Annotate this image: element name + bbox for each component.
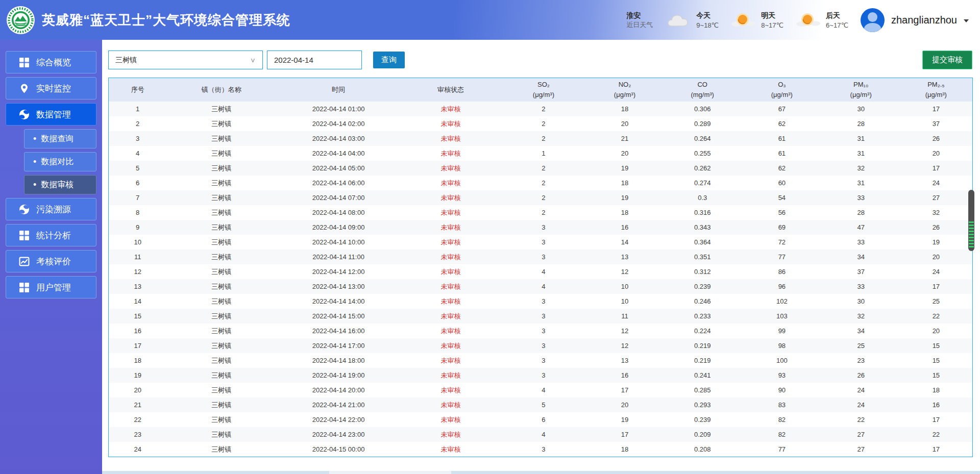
cell-pm10: 23	[822, 357, 900, 364]
cell-o3: 67	[742, 105, 822, 113]
cell-no: 15	[109, 312, 166, 320]
bottom-strip	[329, 471, 451, 474]
cell-pm25: 15	[900, 342, 972, 350]
sidebar-item-stats[interactable]: 统计分析	[6, 224, 96, 246]
sun-icon	[730, 11, 756, 29]
table-row[interactable]: 7三树镇2022-04-14 07:00未审核2190.3543327	[109, 190, 972, 205]
cell-co: 0.208	[663, 445, 742, 453]
cell-no2: 20	[586, 120, 664, 128]
sidebar-item-overview[interactable]: 综合概览	[6, 51, 96, 73]
cell-status: 未审核	[401, 430, 501, 439]
cell-no: 23	[109, 431, 166, 438]
sidebar-subitem-data-query[interactable]: •数据查询	[24, 129, 96, 148]
cell-town: 三树镇	[166, 238, 276, 247]
sidebar-item-users[interactable]: 用户管理	[6, 276, 96, 298]
cell-co: 0.241	[663, 371, 742, 379]
cell-pm10: 27	[822, 445, 900, 453]
date-input-value: 2022-04-14	[274, 56, 313, 64]
cell-no: 7	[109, 194, 166, 202]
bullet-icon: •	[33, 134, 36, 143]
cell-co: 0.239	[663, 283, 742, 290]
table-row[interactable]: 20三树镇2022-04-14 20:00未审核4170.285902418	[109, 383, 972, 397]
cell-status: 未审核	[401, 282, 501, 291]
table-row[interactable]: 5三树镇2022-04-14 05:00未审核2190.262623217	[109, 161, 972, 176]
cell-o3: 96	[742, 283, 822, 290]
cell-no: 14	[109, 297, 166, 305]
table-row[interactable]: 1三树镇2022-04-14 01:00未审核2180.306673017	[109, 102, 972, 116]
cell-co: 0.293	[663, 401, 742, 409]
cell-pm10: 37	[822, 268, 900, 276]
table-row[interactable]: 9三树镇2022-04-14 09:00未审核3160.343694726	[109, 220, 972, 235]
sidebar-subitem-data-compare[interactable]: •数据对比	[24, 152, 96, 171]
cell-town: 三树镇	[166, 401, 276, 410]
cell-town: 三树镇	[166, 327, 276, 336]
date-input[interactable]: 2022-04-14	[267, 51, 362, 69]
cell-pm10: 33	[822, 194, 900, 202]
table-row[interactable]: 23三树镇2022-04-14 23:00未审核4170.209822722	[109, 427, 972, 442]
table-row[interactable]: 24三树镇2022-04-15 00:00未审核3180.208772717	[109, 442, 972, 457]
cell-no2: 19	[586, 416, 664, 423]
sidebar-item-label: 用户管理	[36, 282, 71, 293]
sidebar-item-label: 考核评价	[36, 256, 71, 267]
cell-o3: 93	[742, 371, 822, 379]
cell-no2: 18	[586, 105, 664, 113]
table-row[interactable]: 3三树镇2022-04-14 03:00未审核2210.264613126	[109, 131, 972, 146]
sidebar-item-data-mgmt[interactable]: 数据管理	[6, 103, 96, 126]
cell-pm25: 26	[900, 223, 972, 231]
sidebar-item-assess[interactable]: 考核评价	[6, 250, 96, 272]
cell-no2: 13	[586, 253, 664, 261]
cell-status: 未审核	[401, 312, 501, 321]
table-row[interactable]: 17三树镇2022-04-14 17:00未审核3120.219982515	[109, 338, 972, 353]
table-row[interactable]: 18三树镇2022-04-14 18:00未审核3130.2191002315	[109, 353, 972, 368]
cell-pm25: 16	[900, 401, 972, 409]
table-row[interactable]: 16三树镇2022-04-14 16:00未审核3120.224993420	[109, 323, 972, 338]
table-row[interactable]: 13三树镇2022-04-14 13:00未审核4100.239963317	[109, 279, 972, 294]
sidebar: 综合概览实时监控数据管理•数据查询•数据对比•数据审核污染溯源统计分析考核评价用…	[0, 40, 102, 474]
cell-pm10: 33	[822, 283, 900, 290]
cell-so2: 4	[501, 283, 586, 290]
cell-no: 3	[109, 135, 166, 142]
table-row[interactable]: 4三树镇2022-04-14 04:00未审核1200.255613120	[109, 146, 972, 161]
cell-no2: 19	[586, 194, 664, 202]
table-row[interactable]: 12三树镇2022-04-14 12:00未审核4120.312863724	[109, 264, 972, 279]
globe-icon	[19, 109, 30, 120]
table-row[interactable]: 11三树镇2022-04-14 11:00未审核3130.351773420	[109, 250, 972, 264]
table-row[interactable]: 19三树镇2022-04-14 19:00未审核3160.241932615	[109, 368, 972, 383]
table-row[interactable]: 14三树镇2022-04-14 14:00未审核3100.2461023025	[109, 294, 972, 309]
sidebar-item-monitor[interactable]: 实时监控	[6, 77, 96, 99]
sidebar-subitem-data-audit[interactable]: •数据审核	[24, 175, 96, 194]
cell-no: 9	[109, 223, 166, 231]
sidebar-item-label: 实时监控	[36, 83, 71, 94]
table-row[interactable]: 15三树镇2022-04-14 15:00未审核3110.2331033222	[109, 309, 972, 323]
top-header: 英威雅“蓝天卫士”大气环境综合管理系统 淮安 近日天气 今天9~18℃明天8~1…	[0, 0, 980, 40]
cell-status: 未审核	[401, 371, 501, 380]
chevron-down-icon	[964, 19, 969, 22]
cell-pm25: 24	[900, 268, 972, 276]
table-row[interactable]: 2三树镇2022-04-14 02:00未审核2200.289622837	[109, 116, 972, 131]
table-row[interactable]: 21三树镇2022-04-14 21:00未审核5200.293832416	[109, 397, 972, 412]
table-row[interactable]: 22三树镇2022-04-14 22:00未审核6190.239822217	[109, 412, 972, 427]
vertical-scrollbar-thumb[interactable]	[968, 190, 974, 251]
cell-no: 18	[109, 357, 166, 364]
table-row[interactable]: 10三树镇2022-04-14 10:00未审核3140.364723319	[109, 235, 972, 250]
submit-audit-button[interactable]: 提交审核	[922, 51, 972, 69]
sidebar-item-trace[interactable]: 污染溯源	[6, 198, 96, 220]
cell-so2: 3	[501, 371, 586, 379]
grid-icon	[19, 230, 30, 241]
cell-o3: 77	[742, 253, 822, 261]
cell-o3: 56	[742, 209, 822, 216]
cell-so2: 3	[501, 445, 586, 453]
user-menu[interactable]: zhanglianzhou	[861, 8, 969, 32]
table-row[interactable]: 6三树镇2022-04-14 06:00未审核2180.274603124	[109, 176, 972, 190]
cell-no2: 10	[586, 297, 664, 305]
query-button[interactable]: 查询	[373, 52, 405, 68]
cell-pm10: 32	[822, 312, 900, 320]
cell-pm25: 25	[900, 297, 972, 305]
column-header-status: 审核状态	[401, 85, 501, 95]
sidebar-subitem-label: 数据审核	[41, 180, 74, 190]
table-row[interactable]: 8三树镇2022-04-14 08:00未审核2180.316562832	[109, 205, 972, 220]
town-select[interactable]: 三树镇 ∨	[108, 51, 263, 69]
cell-o3: 99	[742, 327, 822, 335]
cell-o3: 61	[742, 149, 822, 157]
cell-no2: 21	[586, 135, 664, 142]
